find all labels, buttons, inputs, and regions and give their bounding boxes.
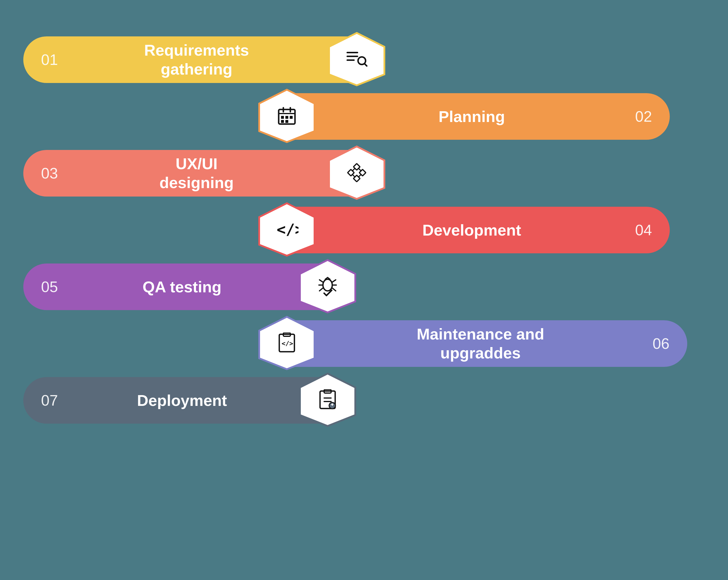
row-2: Planning 02 bbox=[285, 92, 705, 141]
svg-line-24 bbox=[359, 175, 361, 177]
step-7-number: 07 bbox=[38, 392, 61, 409]
step-1-label: Requirementsgathering bbox=[61, 41, 332, 79]
row-5: 05 QA testing bbox=[23, 262, 705, 312]
step-1-pill: 01 Requirementsgathering bbox=[23, 36, 358, 83]
svg-line-34 bbox=[332, 288, 336, 291]
step-7-icon bbox=[318, 389, 338, 412]
step-6-number: 06 bbox=[649, 335, 673, 352]
step-4-hex: </> bbox=[256, 202, 317, 258]
step-2-hex bbox=[256, 88, 317, 145]
step-4-label: Development bbox=[312, 221, 632, 240]
row-4: Development 04 </> bbox=[285, 205, 705, 255]
step-1-number: 01 bbox=[38, 51, 61, 69]
svg-rect-13 bbox=[290, 116, 293, 119]
step-5-icon bbox=[317, 276, 338, 298]
step-2-pill: Planning 02 bbox=[285, 93, 670, 140]
step-2-label: Planning bbox=[312, 107, 632, 126]
step-4-number: 04 bbox=[632, 221, 655, 239]
step-1-hex bbox=[326, 31, 387, 88]
step-7-pill: 07 Deployment bbox=[23, 377, 329, 424]
row-6: Maintenance andupgraddes 06 </> bbox=[285, 319, 705, 368]
step-6-pill: Maintenance andupgraddes 06 bbox=[285, 320, 687, 367]
step-3-number: 03 bbox=[38, 164, 61, 182]
svg-rect-12 bbox=[285, 116, 288, 119]
step-5-hex bbox=[297, 259, 358, 315]
step-3-label: UX/UIdesigning bbox=[61, 154, 332, 192]
row-1: 01 Requirementsgathering bbox=[23, 35, 705, 84]
row-7: 07 Deployment bbox=[23, 376, 705, 425]
svg-line-30 bbox=[332, 280, 336, 282]
step-2-number: 02 bbox=[632, 108, 655, 125]
step-7-label: Deployment bbox=[61, 391, 303, 410]
step-4-icon: </> bbox=[275, 221, 298, 239]
svg-text:</>: </> bbox=[282, 340, 293, 347]
svg-line-29 bbox=[319, 280, 323, 282]
step-6-icon: </> bbox=[277, 333, 297, 354]
step-6-hex: </> bbox=[256, 315, 317, 372]
svg-point-28 bbox=[323, 279, 332, 291]
step-3-icon bbox=[346, 162, 367, 184]
step-5-label: QA testing bbox=[61, 278, 303, 296]
step-6-label: Maintenance andupgraddes bbox=[312, 325, 649, 363]
step-7-hex bbox=[297, 372, 358, 429]
svg-line-21 bbox=[353, 168, 355, 170]
step-4-pill: Development 04 bbox=[285, 207, 670, 253]
svg-rect-15 bbox=[285, 120, 288, 123]
main-container: 01 Requirementsgathering bbox=[23, 35, 705, 434]
step-3-hex bbox=[326, 145, 387, 202]
svg-line-22 bbox=[359, 168, 361, 170]
step-5-pill: 05 QA testing bbox=[23, 264, 329, 310]
svg-rect-11 bbox=[281, 116, 284, 119]
svg-text:</>: </> bbox=[277, 221, 298, 238]
svg-rect-14 bbox=[281, 120, 284, 123]
svg-line-33 bbox=[319, 288, 323, 291]
step-2-icon bbox=[276, 105, 297, 128]
svg-line-5 bbox=[365, 64, 367, 66]
svg-line-23 bbox=[353, 175, 355, 177]
step-3-pill: 03 UX/UIdesigning bbox=[23, 150, 358, 196]
step-5-number: 05 bbox=[38, 278, 61, 295]
row-3: 03 UX/UIdesigning bbox=[23, 149, 705, 198]
step-1-icon bbox=[346, 48, 368, 71]
